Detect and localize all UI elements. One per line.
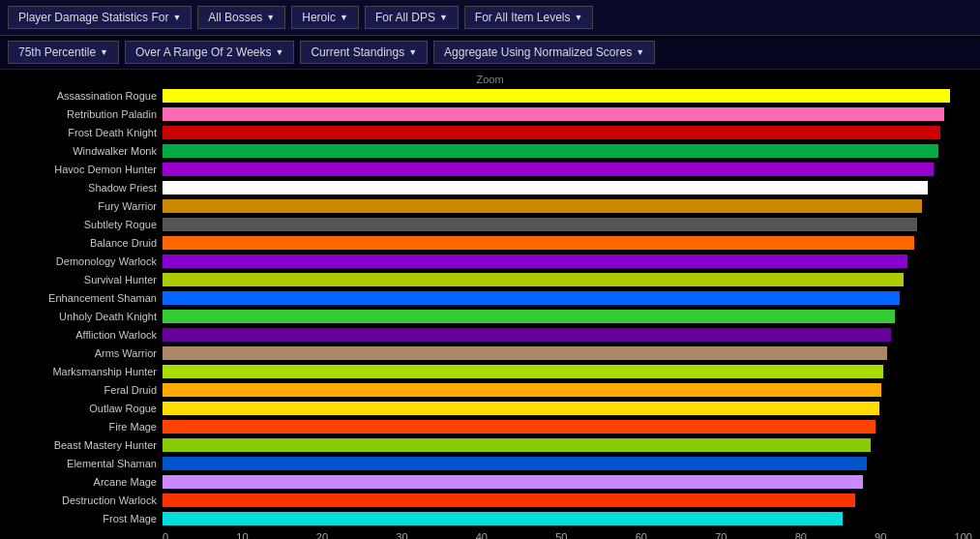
chart-row: Elemental Shaman — [8, 455, 972, 472]
bar-area — [163, 365, 972, 378]
bar-area — [163, 126, 972, 139]
heroic-button[interactable]: Heroic ▼ — [291, 6, 359, 29]
bar — [163, 291, 900, 305]
chart-row: Assassination Rogue — [8, 87, 972, 105]
bar-area — [163, 310, 972, 323]
row-label: Subtlety Rogue — [8, 219, 163, 230]
x-tick: 10 — [236, 531, 248, 539]
bar-area — [163, 144, 972, 158]
chevron-down-icon: ▼ — [340, 13, 348, 22]
top-nav: Player Damage Statistics For ▼ All Bosse… — [0, 0, 980, 36]
bar-area — [163, 199, 972, 213]
chart-row: Destruction Warlock — [8, 492, 972, 509]
row-label: Destruction Warlock — [8, 494, 163, 506]
row-label: Fury Warrior — [8, 200, 163, 212]
bar — [163, 328, 891, 342]
chart-row: Balance Druid — [8, 234, 972, 252]
bar — [163, 107, 944, 121]
x-tick: 50 — [555, 531, 567, 539]
bar — [163, 236, 914, 250]
chart-row: Shadow Priest — [8, 179, 972, 196]
bar-area — [163, 438, 972, 452]
chart-inner: Assassination RogueRetribution PaladinFr… — [8, 87, 972, 528]
chart-row: Windwalker Monk — [8, 142, 972, 160]
chevron-down-icon: ▼ — [575, 13, 583, 22]
bar-area — [163, 181, 972, 195]
chart-container: Zoom Assassination RogueRetribution Pala… — [0, 70, 980, 539]
bar — [163, 365, 883, 378]
chart-row: Fire Mage — [8, 418, 972, 435]
x-tick: 20 — [316, 531, 328, 539]
row-label: Retribution Paladin — [8, 108, 163, 120]
bar — [163, 310, 895, 323]
bar-area — [163, 273, 972, 286]
row-label: Frost Mage — [8, 513, 163, 524]
bar-area — [163, 494, 972, 507]
second-nav: 75th Percentile ▼ Over A Range Of 2 Week… — [0, 36, 980, 70]
row-label: Unholy Death Knight — [8, 311, 163, 322]
row-label: Fire Mage — [8, 421, 163, 433]
weeks-button[interactable]: Over A Range Of 2 Weeks ▼ — [125, 41, 294, 64]
chart-row: Unholy Death Knight — [8, 308, 972, 325]
row-label: Arcane Mage — [8, 476, 163, 488]
bar-area — [163, 383, 972, 397]
chart-row: Marksmanship Hunter — [8, 363, 972, 380]
row-label: Shadow Priest — [8, 182, 163, 194]
bar — [163, 255, 907, 268]
chart-row: Fury Warrior — [8, 197, 972, 215]
x-tick: 60 — [636, 531, 647, 539]
x-tick: 80 — [795, 531, 807, 539]
row-label: Balance Druid — [8, 237, 163, 249]
chevron-down-icon: ▼ — [172, 13, 181, 22]
x-tick: 70 — [715, 531, 727, 539]
row-label: Outlaw Rogue — [8, 403, 163, 414]
chart-row: Frost Mage — [8, 510, 972, 527]
bar-area — [163, 163, 972, 176]
for-all-item-levels-button[interactable]: For All Item Levels ▼ — [464, 6, 594, 29]
chart-row: Beast Mastery Hunter — [8, 436, 972, 454]
bar-area — [163, 255, 972, 268]
chevron-down-icon: ▼ — [276, 47, 284, 57]
chart-row: Subtlety Rogue — [8, 216, 972, 233]
bar-area — [163, 236, 972, 250]
zoom-label: Zoom — [8, 74, 972, 85]
standings-button[interactable]: Current Standings ▼ — [300, 41, 428, 64]
chart-row: Outlaw Rogue — [8, 400, 972, 417]
chart-row: Feral Druid — [8, 381, 972, 399]
row-label: Assassination Rogue — [8, 90, 163, 102]
bar — [163, 512, 843, 525]
bar-area — [163, 346, 972, 360]
for-all-dps-button[interactable]: For All DPS ▼ — [365, 6, 459, 29]
x-axis: 0102030405060708090100 — [163, 531, 972, 539]
bar-area — [163, 420, 972, 434]
stats-for-button[interactable]: Player Damage Statistics For ▼ — [8, 6, 192, 29]
bar-area — [163, 291, 972, 305]
row-label: Beast Mastery Hunter — [8, 439, 163, 451]
bar-area — [163, 218, 972, 231]
chart-row: Frost Death Knight — [8, 124, 972, 141]
chevron-down-icon: ▼ — [100, 47, 108, 57]
bar — [163, 199, 922, 213]
chart-row: Survival Hunter — [8, 271, 972, 288]
bar — [163, 218, 917, 231]
chart-row: Arms Warrior — [8, 344, 972, 362]
bar-area — [163, 457, 972, 470]
bar — [163, 494, 855, 507]
bar — [163, 420, 876, 434]
percentile-button[interactable]: 75th Percentile ▼ — [8, 41, 119, 64]
chart-row: Havoc Demon Hunter — [8, 161, 972, 178]
bar — [163, 163, 934, 176]
bar-area — [163, 475, 972, 489]
bar — [163, 383, 881, 397]
bar — [163, 402, 879, 415]
bar — [163, 346, 887, 360]
all-bosses-button[interactable]: All Bosses ▼ — [197, 6, 285, 29]
bar — [163, 273, 904, 286]
aggregate-button[interactable]: Aggregate Using Normalized Scores ▼ — [433, 41, 655, 64]
row-label: Frost Death Knight — [8, 127, 163, 138]
chevron-down-icon: ▼ — [266, 13, 275, 22]
bar — [163, 457, 867, 470]
bar — [163, 438, 871, 452]
chart-row: Enhancement Shaman — [8, 289, 972, 307]
bar — [163, 126, 940, 139]
